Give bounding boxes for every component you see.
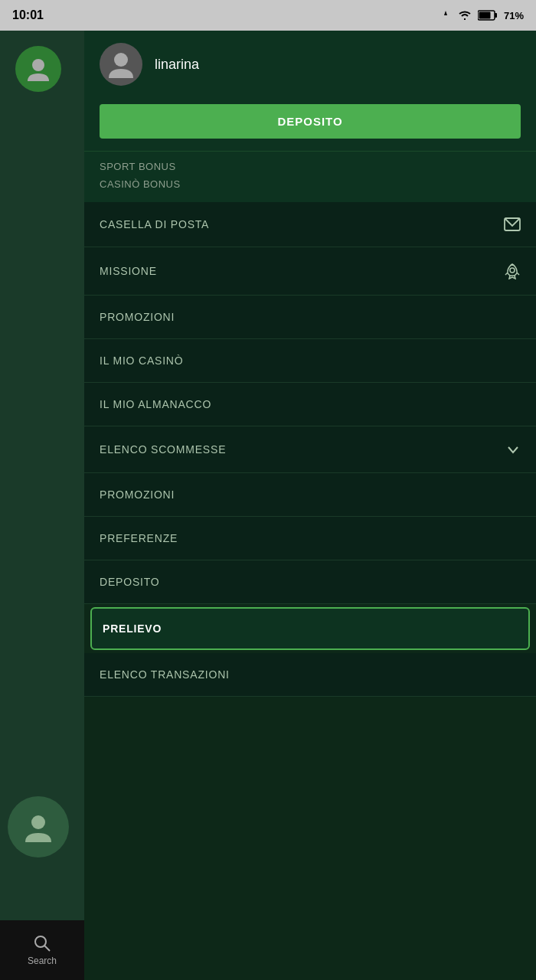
menu-label-promozioni-1: PROMOZIONI	[100, 311, 175, 323]
drawer-panel: linarina DEPOSITO SPORT BONUS CASINÒ BON…	[84, 31, 536, 980]
menu-item-il-mio-almanacco[interactable]: IL MIO ALMANACCO	[84, 383, 536, 426]
menu-item-deposito[interactable]: DEPOSITO	[84, 560, 536, 604]
signal-icon	[440, 9, 452, 21]
menu-item-preferenze[interactable]: PREFERENZE	[84, 517, 536, 560]
status-time: 10:01	[12, 8, 44, 22]
deposit-button[interactable]: DEPOSITO	[100, 104, 521, 139]
menu-label-elenco-scommesse: ELENCO SCOMMESSE	[100, 443, 226, 456]
svg-rect-3	[479, 12, 490, 19]
search-icon	[33, 934, 51, 952]
menu-item-il-mio-casino[interactable]: IL MIO CASINÒ	[84, 339, 536, 383]
rocket-icon	[504, 263, 521, 279]
menu-item-promozioni-1[interactable]: PROMOZIONI	[84, 296, 536, 339]
svg-line-11	[505, 273, 508, 275]
left-circle-decoration	[8, 796, 69, 858]
wifi-icon	[458, 10, 472, 21]
menu-label-prelievo: PRELIEVO	[103, 622, 162, 635]
profile-username: linarina	[155, 57, 199, 73]
menu-label-deposito: DEPOSITO	[100, 576, 160, 588]
sport-bonus-item[interactable]: SPORT BONUS	[100, 158, 521, 175]
menu-item-prelievo[interactable]: PRELIEVO	[90, 607, 530, 650]
battery-icon	[478, 10, 498, 21]
menu-label-casella-di-posta: CASELLA DI POSTA	[100, 218, 209, 230]
svg-point-7	[31, 815, 45, 829]
menu-item-missione[interactable]: MISSIONE	[84, 247, 536, 296]
person-icon-left	[25, 55, 52, 83]
menu-item-elenco-scommesse[interactable]: ELENCO SCOMMESSE	[84, 426, 536, 473]
casino-bonus-item[interactable]: CASINÒ BONUS	[100, 175, 521, 193]
svg-point-8	[114, 53, 128, 67]
person-icon-circle	[21, 810, 55, 844]
svg-marker-0	[444, 11, 447, 15]
chevron-down-icon	[505, 442, 521, 457]
deposit-button-container: DEPOSITO	[84, 98, 536, 151]
menu-label-il-mio-casino: IL MIO CASINÒ	[100, 354, 183, 367]
svg-line-6	[44, 946, 50, 951]
menu-item-casella-di-posta[interactable]: CASELLA DI POSTA	[84, 202, 536, 247]
profile-header: linarina	[84, 31, 536, 98]
menu-item-elenco-transazioni[interactable]: ELENCO TRANSAZIONI	[84, 653, 536, 697]
svg-point-10	[510, 268, 515, 273]
svg-rect-2	[495, 13, 497, 18]
menu-item-promozioni-2[interactable]: PROMOZIONI	[84, 473, 536, 517]
search-label: Search	[28, 956, 57, 966]
status-icons: 71%	[440, 9, 524, 21]
bottom-search-bar[interactable]: Search	[0, 920, 84, 980]
status-bar: 10:01 71%	[0, 0, 536, 31]
svg-point-5	[35, 936, 46, 947]
left-avatar	[15, 46, 61, 92]
bonus-section: SPORT BONUS CASINÒ BONUS	[84, 151, 536, 202]
menu-label-preferenze: PREFERENZE	[100, 532, 178, 544]
mail-icon	[504, 217, 521, 231]
svg-line-12	[517, 273, 519, 275]
menu-label-elenco-transazioni: ELENCO TRANSAZIONI	[100, 668, 230, 681]
menu-label-il-mio-almanacco: IL MIO ALMANACCO	[100, 398, 211, 410]
avatar-icon	[106, 49, 136, 80]
menu-label-promozioni-2: PROMOZIONI	[100, 488, 175, 501]
battery-percentage: 71%	[504, 10, 524, 21]
svg-point-4	[32, 59, 44, 71]
menu-label-missione: MISSIONE	[100, 265, 157, 277]
menu-list: CASELLA DI POSTA MISSIONE PROMOZIONI IL …	[84, 202, 536, 697]
profile-avatar	[100, 43, 142, 86]
